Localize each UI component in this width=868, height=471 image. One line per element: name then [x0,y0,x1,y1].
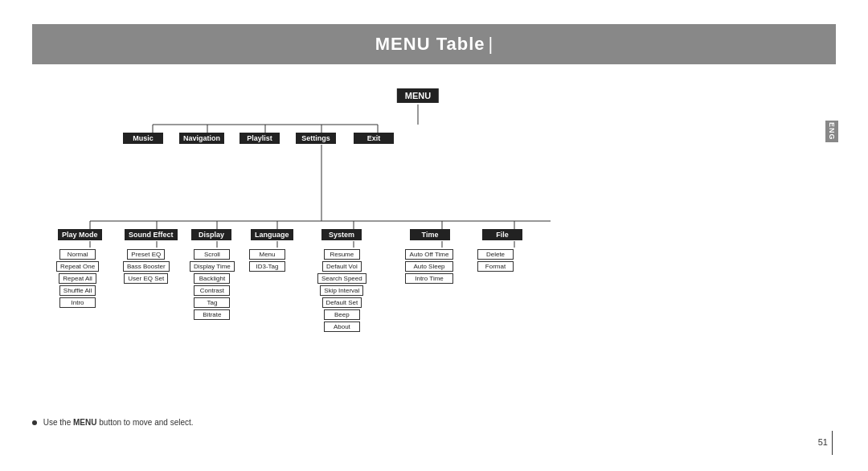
page-number: 51 [818,437,828,447]
eng-label: ENG [825,121,838,142]
level2-system: System [321,229,362,240]
level1-navigation: Navigation [179,133,224,144]
col-language: Menu ID3-Tag [249,249,285,272]
page-divider [832,431,833,455]
col-system: Resume Default Vol Search Speed Skip Int… [317,249,366,332]
level1-playlist: Playlist [240,133,280,144]
col-soundeffect: Preset EQ Bass Booster User EQ Set [123,249,170,284]
bullet-icon [32,420,37,425]
level2-display: Display [191,229,231,240]
level1-exit: Exit [354,133,394,144]
level1-music: Music [123,133,163,144]
level2-playmode: Play Mode [58,229,102,240]
col-time: Auto Off Time Auto Sleep Intro Time [405,249,453,284]
col-playmode: Normal Repeat One Repeat All Shuffle All… [56,249,99,308]
level2-soundeffect: Sound Effect [125,229,178,240]
header-bar: MENU Table [32,24,836,64]
level1-settings: Settings [296,133,336,144]
footer-note: Use the MENU button to move and select. [32,418,194,427]
header-title: MENU Table [375,34,485,55]
diagram: MENU Music Navigation Playlist Settings … [32,80,804,391]
col-display: Scroll Display Time Backlight Contrast T… [190,249,235,320]
menu-root-box: MENU [397,88,439,103]
level2-language: Language [251,229,293,240]
footer-text: Use the MENU button to move and select. [43,418,194,427]
menu-root: MENU [397,88,439,103]
level2-time: Time [410,229,450,240]
level2-file: File [482,229,522,240]
col-file: Delete Format [477,249,514,272]
